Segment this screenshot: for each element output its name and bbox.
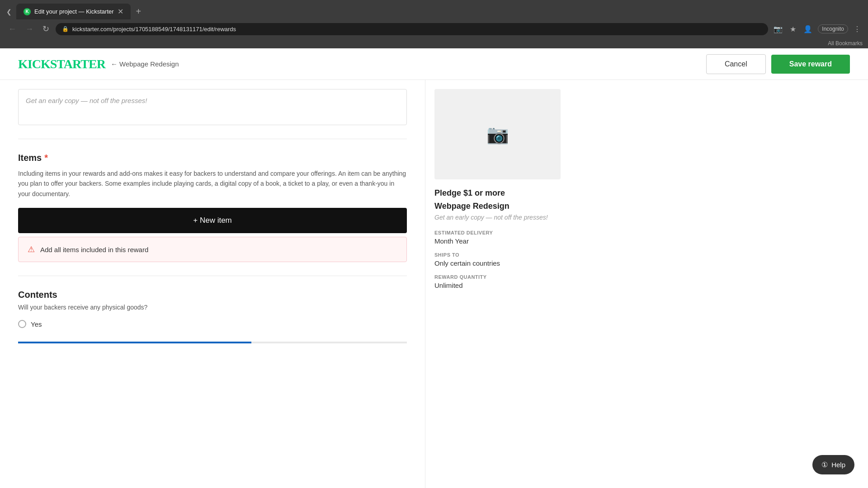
preview-image: 📷 — [434, 89, 561, 179]
extensions-icon[interactable]: ⋮ — [852, 23, 863, 35]
camera-icon[interactable]: 📷 — [772, 23, 784, 35]
estimated-delivery-value: Month Year — [434, 237, 561, 245]
address-bar[interactable]: 🔒 kickstarter.com/projects/1705188549/17… — [56, 23, 768, 35]
sidebar-preview: 📷 Pledge $1 or more Webpage Redesign Get… — [425, 80, 570, 488]
bookmarks-bar: All Bookmarks — [0, 38, 868, 48]
tab-close-icon[interactable]: ✕ — [118, 7, 123, 16]
contents-section: Contents Will your backers receive any p… — [18, 290, 407, 343]
cancel-button[interactable]: Cancel — [706, 54, 766, 74]
textarea-placeholder: Get an early copy — not off the presses! — [26, 97, 147, 104]
items-section-title: Items * — [18, 153, 407, 163]
help-icon: ① — [821, 460, 828, 469]
bookmarks-label: All Bookmarks — [828, 40, 863, 47]
items-section: Items * Including items in your rewards … — [18, 153, 407, 262]
yes-label: Yes — [31, 320, 42, 328]
help-label: Help — [831, 461, 845, 469]
main-layout: Get an early copy — not off the presses!… — [0, 80, 868, 488]
yes-radio-option[interactable]: Yes — [18, 320, 407, 328]
incognito-icon[interactable]: Incognito — [818, 24, 848, 33]
progress-bar-area — [18, 342, 407, 343]
toolbar-icons: 📷 ★ 👤 Incognito ⋮ — [772, 23, 863, 35]
header-actions: Cancel Save reward — [706, 54, 850, 74]
new-tab-button[interactable]: + — [132, 5, 145, 19]
reload-button[interactable]: ↻ — [40, 22, 52, 36]
required-indicator: * — [44, 153, 48, 163]
browser-tab-bar: ❮ K Edit your project — Kickstarter ✕ + — [0, 0, 868, 19]
browser-chrome: ❮ K Edit your project — Kickstarter ✕ + … — [0, 0, 868, 48]
preview-project-desc: Get an early copy — not off the presses! — [434, 214, 561, 221]
profile-icon[interactable]: 👤 — [802, 23, 814, 35]
description-textarea[interactable]: Get an early copy — not off the presses! — [18, 89, 407, 125]
yes-radio-button[interactable] — [18, 320, 26, 328]
divider-1 — [18, 139, 407, 139]
ships-to-value: Only certain countries — [434, 259, 561, 267]
header-left: KICKSTARTER ← Webpage Redesign — [18, 57, 179, 71]
tab-favicon: K — [24, 8, 31, 15]
progress-bar-fill — [18, 342, 251, 343]
kickstarter-logo: KICKSTARTER — [18, 57, 105, 71]
help-button[interactable]: ① Help — [812, 455, 854, 474]
new-item-button[interactable]: + New item — [18, 208, 407, 233]
warning-icon: ⚠ — [28, 244, 35, 254]
lock-icon: 🔒 — [62, 26, 69, 32]
main-content: Get an early copy — not off the presses!… — [0, 80, 425, 488]
browser-tab[interactable]: K Edit your project — Kickstarter ✕ — [16, 4, 131, 19]
contents-description: Will your backers receive any physical g… — [18, 304, 407, 311]
preview-project-title: Webpage Redesign — [434, 202, 561, 211]
url-text: kickstarter.com/projects/1705188549/1748… — [72, 26, 236, 33]
forward-button[interactable]: → — [23, 23, 36, 36]
reward-quantity-label: REWARD QUANTITY — [434, 274, 561, 280]
contents-title: Contents — [18, 290, 407, 300]
ships-to-label: SHIPS TO — [434, 252, 561, 258]
pledge-amount: Pledge $1 or more — [434, 188, 561, 198]
items-section-description: Including items in your rewards and add-… — [18, 169, 407, 199]
divider-2 — [18, 276, 407, 276]
reward-quantity-value: Unlimited — [434, 282, 561, 289]
save-reward-button[interactable]: Save reward — [771, 55, 850, 74]
warning-banner: ⚠ Add all items included in this reward — [18, 237, 407, 262]
image-placeholder-icon: 📷 — [486, 124, 509, 145]
tab-nav-icon[interactable]: ❮ — [4, 5, 14, 18]
estimated-delivery-label: ESTIMATED DELIVERY — [434, 230, 561, 235]
bookmark-star-icon[interactable]: ★ — [788, 23, 798, 35]
new-item-label: + New item — [193, 216, 232, 225]
app-header: KICKSTARTER ← Webpage Redesign Cancel Sa… — [0, 48, 868, 80]
back-button[interactable]: ← — [5, 23, 19, 36]
tab-title: Edit your project — Kickstarter — [34, 8, 114, 15]
warning-text: Add all items included in this reward — [40, 246, 148, 253]
back-link[interactable]: ← Webpage Redesign — [111, 60, 179, 68]
browser-toolbar: ← → ↻ 🔒 kickstarter.com/projects/1705188… — [0, 19, 868, 38]
